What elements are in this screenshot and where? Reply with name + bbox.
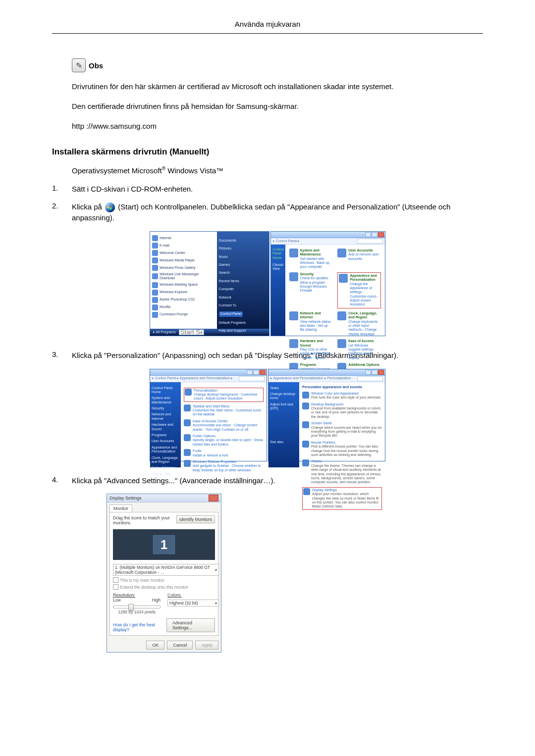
control-panel-category[interactable]: Ease of AccessLet Windows suggest settin… xyxy=(337,339,381,360)
category-icon xyxy=(339,274,348,283)
address-bar[interactable]: ▸ Control Panel ▸ xyxy=(271,238,385,245)
item-icon xyxy=(185,389,192,396)
side-nav-item[interactable]: Control Panel Home xyxy=(152,386,179,395)
side-nav-item[interactable]: Ease of Access xyxy=(152,466,179,470)
control-panel-category[interactable]: Network and InternetView network status … xyxy=(289,311,333,336)
start-right-item[interactable]: Games xyxy=(219,263,267,267)
advanced-settings-button[interactable]: Advanced Settings... xyxy=(166,618,215,632)
start-search-input[interactable] xyxy=(179,329,204,335)
side-nav-item[interactable]: Appearance and Personalization xyxy=(152,446,179,454)
start-right-item[interactable]: Music xyxy=(219,255,267,259)
resolution-slider[interactable] xyxy=(113,605,160,608)
personalization-item[interactable]: Display SettingsAdjust your monitor reso… xyxy=(302,487,382,510)
start-menu-item[interactable]: Windows Live Messenger Download xyxy=(152,272,215,281)
close-button[interactable] xyxy=(378,370,384,375)
figure-2: ▸ Control Panel ▸ Appearance and Persona… xyxy=(52,369,483,461)
start-right-item[interactable]: Connect To xyxy=(219,303,267,307)
start-right-item[interactable]: Control Panel xyxy=(219,311,267,316)
checkbox-main-monitor[interactable] xyxy=(113,577,118,583)
close-button[interactable] xyxy=(260,370,266,375)
start-right-item[interactable]: Pictures xyxy=(219,247,267,251)
side-nav-item[interactable]: Programs xyxy=(152,433,179,437)
personalization-item[interactable]: Screen SaverChange which sounds are hear… xyxy=(302,421,382,438)
side-nav-item[interactable]: System and Maintenance xyxy=(152,396,179,404)
monitor-select[interactable]: 1. (Multiple Monitors) on NVIDIA GeForce… xyxy=(113,564,219,576)
item-icon xyxy=(302,459,309,466)
appearance-item[interactable]: Taskbar and Start MenuCustomize the Star… xyxy=(184,404,264,417)
personalization-item[interactable]: Window Color and AppearanceFine tune the… xyxy=(302,392,382,400)
start-menu-item[interactable]: Mozilla xyxy=(152,304,215,310)
appearance-item[interactable]: Windows Sidebar PropertiesAdd gadgets to… xyxy=(184,460,264,472)
start-menu-item[interactable]: E-mail xyxy=(152,243,215,249)
colors-select[interactable]: Highest (32 bit)▾ xyxy=(167,600,219,606)
appearance-item[interactable]: Folder OptionsSpecify single- or double-… xyxy=(184,434,264,447)
tasks-item[interactable]: Change desktop icons xyxy=(270,392,298,401)
help-link[interactable]: How do I get the best display? xyxy=(113,622,166,632)
control-panel-category[interactable]: User AccountsAdd or remove user accounts xyxy=(337,249,381,269)
start-menu-item[interactable]: Adobe Photoshop CS2 xyxy=(152,297,215,303)
tab-monitor[interactable]: Monitor xyxy=(109,504,132,512)
start-right-item[interactable]: Recent Items xyxy=(219,279,267,283)
appearance-item[interactable]: FontsInstall or remove a font xyxy=(184,449,264,457)
start-menu-item[interactable]: Windows Photo Gallery xyxy=(152,265,215,271)
app-icon xyxy=(152,312,158,318)
side-nav-item[interactable]: Clock, Language, and Region xyxy=(152,456,179,464)
max-button[interactable] xyxy=(372,232,377,237)
control-panel-category[interactable]: Clock, Language, and RegionChange keyboa… xyxy=(337,311,381,336)
start-right-item[interactable]: Network xyxy=(219,296,267,300)
personalization-item[interactable]: ThemeChange the theme. Themes can change… xyxy=(302,459,382,484)
note-label: Obs xyxy=(89,61,103,70)
cancel-button[interactable]: Cancel xyxy=(167,641,193,650)
cp-home-link[interactable]: Control Panel Home xyxy=(272,248,284,260)
start-menu-item[interactable]: Internet xyxy=(152,235,215,241)
item-icon xyxy=(184,419,191,426)
checkbox-extend[interactable] xyxy=(113,584,118,590)
start-right-item[interactable]: Default Programs xyxy=(219,321,267,325)
monitor-1[interactable]: 1 xyxy=(152,534,176,555)
control-panel-category[interactable]: SecurityCheck for updates · Allow a prog… xyxy=(289,272,333,308)
personalization-item[interactable]: Desktop BackgroundChoose from available … xyxy=(302,403,382,419)
start-right-item[interactable]: Search xyxy=(219,271,267,275)
category-icon xyxy=(289,249,298,257)
classic-view-link[interactable]: Classic View xyxy=(272,263,284,271)
start-right-item[interactable]: Documents xyxy=(219,239,267,243)
start-menu-item[interactable]: Windows Meeting Space xyxy=(152,282,215,288)
item-icon xyxy=(184,404,191,411)
ok-button[interactable]: OK xyxy=(146,641,164,650)
figure-3: Display Settings Monitor Identify Monito… xyxy=(107,494,483,653)
control-panel-category[interactable]: System and MaintenanceGet started with W… xyxy=(289,249,333,269)
start-right-item[interactable]: Computer xyxy=(219,287,267,291)
identify-monitors-button[interactable]: Identify Monitors xyxy=(176,515,215,523)
monitor-preview[interactable]: 1 xyxy=(113,529,215,560)
apply-button[interactable]: Apply xyxy=(195,641,218,650)
side-nav-item[interactable]: User Accounts xyxy=(152,439,179,443)
close-button[interactable] xyxy=(209,495,218,502)
start-menu-item[interactable]: Windows Explorer xyxy=(152,290,215,296)
checkbox-main-label: This is my main monitor xyxy=(120,578,164,583)
tasks-item[interactable]: Tasks xyxy=(270,386,298,390)
personalization-item[interactable]: Mouse PointersPick a different mouse poi… xyxy=(302,441,382,457)
search-box[interactable] xyxy=(357,239,383,244)
start-menu-item[interactable]: Windows Media Player xyxy=(152,257,215,263)
start-menu-item[interactable]: Command Prompt xyxy=(152,312,215,318)
colors-label: Colors: xyxy=(167,593,215,598)
tasks-item[interactable]: Adjust font size (DPI) xyxy=(270,403,298,411)
appearance-item[interactable]: Ease of Access CenterAccommodate low vis… xyxy=(184,419,264,432)
item-icon xyxy=(303,488,310,495)
side-nav-item[interactable]: Security xyxy=(152,406,179,410)
min-button[interactable] xyxy=(365,232,371,237)
side-nav-item[interactable]: Network and Internet xyxy=(152,412,179,421)
start-menu-item[interactable]: Welcome Center xyxy=(152,250,215,256)
appearance-item[interactable]: PersonalizationChange desktop background… xyxy=(184,388,264,402)
side-nav-item[interactable]: Classic View xyxy=(152,472,179,476)
address-bar[interactable]: ▸ Appearance and Personalization ▸ Perso… xyxy=(268,376,385,382)
chevron-down-icon: ▾ xyxy=(215,601,217,605)
category-icon xyxy=(337,339,346,348)
control-panel-category[interactable]: Appearance and PersonalizationChange the… xyxy=(337,272,381,308)
slider-thumb[interactable] xyxy=(128,604,134,611)
start-right-item[interactable]: Help and Support xyxy=(219,329,267,333)
side-nav-item[interactable]: Hardware and Sound xyxy=(152,423,179,431)
address-bar[interactable]: ▸ Control Panel ▸ Appearance and Persona… xyxy=(150,376,267,382)
close-button[interactable] xyxy=(378,232,384,237)
control-panel-category[interactable]: Hardware and SoundPlay CDs or other medi… xyxy=(289,339,333,360)
